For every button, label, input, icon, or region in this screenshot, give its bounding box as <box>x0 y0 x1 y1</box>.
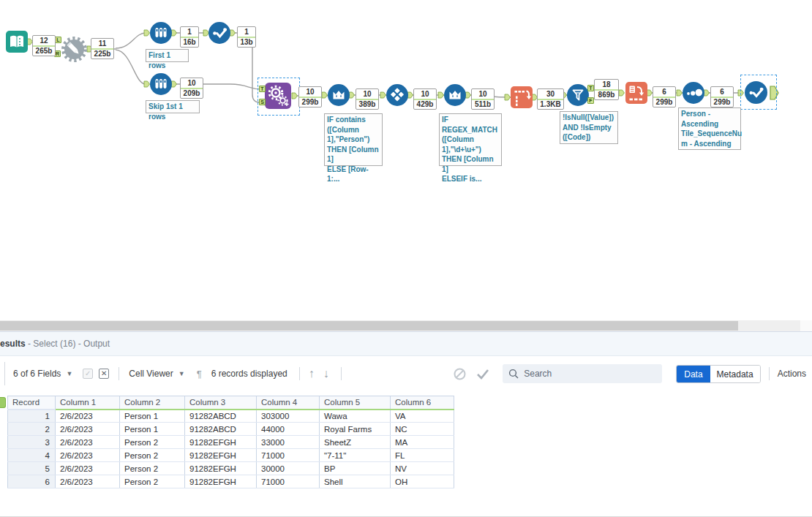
table-cell[interactable]: Shell <box>320 475 391 488</box>
gears-macro-tool[interactable] <box>265 83 291 112</box>
table-cell[interactable]: Person 2 <box>120 475 185 488</box>
table-cell[interactable]: NC <box>391 423 454 436</box>
table-cell[interactable]: FL <box>391 449 454 462</box>
column-header[interactable]: Column 4 <box>257 396 320 410</box>
filter-anchor-true[interactable]: T <box>587 85 594 91</box>
column-header[interactable]: Column 2 <box>120 396 185 410</box>
table-cell[interactable]: SheetZ <box>320 436 391 449</box>
table-cell[interactable]: 2/6/2023 <box>56 475 120 488</box>
table-cell[interactable]: 91282EFGH <box>185 462 257 475</box>
count-badge[interactable]: 116b <box>180 26 199 48</box>
input-anchor-l[interactable]: L <box>55 37 61 43</box>
search-box[interactable] <box>503 364 662 383</box>
count-badge[interactable]: 10511b <box>471 88 495 110</box>
annotation-formula-1[interactable]: IF contains ([Column 1],"Person") THEN [… <box>324 113 383 166</box>
workflow-canvas[interactable]: L R T S T F 12265b 11225b 116b 113b 1020… <box>0 0 812 320</box>
table-cell[interactable]: 91282ABCD <box>185 410 257 423</box>
table-cell[interactable]: Person 2 <box>120 449 185 462</box>
table-cell[interactable]: 2/6/2023 <box>56 423 120 436</box>
cell-viewer-dropdown[interactable]: Cell Viewer <box>129 369 173 379</box>
table-cell[interactable]: 44000 <box>257 423 320 436</box>
count-badge[interactable]: 113b <box>237 26 256 48</box>
filter-tool[interactable] <box>567 84 589 109</box>
table-cell[interactable]: 71000 <box>257 475 320 488</box>
record-number-cell[interactable]: 6 <box>8 475 56 488</box>
count-badge[interactable]: 10389b <box>356 88 379 110</box>
record-number-cell[interactable]: 3 <box>8 436 56 449</box>
table-cell[interactable]: 2/6/2023 <box>56 436 120 449</box>
count-badge[interactable]: 10209b <box>180 78 203 99</box>
sort-tool[interactable] <box>683 82 704 107</box>
annotation-sample-top[interactable]: First 1 rows <box>146 49 189 62</box>
table-cell[interactable]: 71000 <box>257 449 320 462</box>
macro-anchor-t[interactable]: T <box>259 86 266 92</box>
table-cell[interactable]: Person 2 <box>120 462 185 475</box>
search-input[interactable] <box>524 369 656 379</box>
table-cell[interactable]: NV <box>391 462 454 475</box>
scroll-up-icon[interactable]: ↑ <box>309 367 315 380</box>
table-cell[interactable]: 2/6/2023 <box>56 449 120 462</box>
tile-tool[interactable] <box>386 84 408 109</box>
deselect-fields-icon[interactable]: ✕ <box>99 369 109 379</box>
table-cell[interactable]: 30000 <box>257 462 320 475</box>
table-cell[interactable]: MA <box>391 436 454 449</box>
select-tool-top[interactable] <box>208 22 230 47</box>
record-number-cell[interactable]: 1 <box>8 410 56 423</box>
table-cell[interactable]: 2/6/2023 <box>56 462 120 475</box>
profile-expander-tab[interactable] <box>0 397 6 408</box>
count-badge[interactable]: 11225b <box>91 38 114 59</box>
table-cell[interactable]: OH <box>391 475 454 488</box>
count-badge[interactable]: 6299b <box>653 86 676 107</box>
annotation-formula-2[interactable]: IF REGEX_MATCH ([Column 1],"\d+\u+") THE… <box>439 113 502 166</box>
table-cell[interactable]: 91282ABCD <box>185 423 257 436</box>
select-all-fields-icon[interactable]: ✓ <box>83 369 93 379</box>
multi-row-formula-tool-1[interactable] <box>328 84 350 109</box>
count-badge[interactable]: 10299b <box>298 86 322 107</box>
sample-tool-top[interactable] <box>150 22 172 47</box>
table-cell[interactable]: "7-11" <box>320 449 391 462</box>
data-tab[interactable]: Data <box>677 366 710 382</box>
table-cell[interactable]: Royal Farms <box>320 423 391 436</box>
fields-dropdown[interactable]: 6 of 6 Fields <box>13 369 61 379</box>
filter-anchor-false[interactable]: F <box>587 97 594 104</box>
table-cell[interactable]: 91282EFGH <box>185 475 257 488</box>
column-header[interactable]: Column 6 <box>391 396 454 410</box>
column-header[interactable]: Column 1 <box>56 396 120 410</box>
table-cell[interactable]: 91282EFGH <box>185 449 257 462</box>
table-cell[interactable]: 91282EFGH <box>185 436 257 449</box>
count-badge[interactable]: 12265b <box>32 35 56 56</box>
annotation-filter[interactable]: !IsNull([Value]) AND !IsEmpty ([Code]) <box>560 111 618 144</box>
transpose-tool[interactable] <box>511 86 533 111</box>
text-input-tool[interactable] <box>6 31 28 56</box>
table-cell[interactable]: VA <box>391 410 454 423</box>
macro-anchor-s[interactable]: S <box>259 99 266 105</box>
whitespace-toggle-icon[interactable]: ¶ <box>197 369 202 380</box>
apply-check-icon[interactable] <box>476 369 489 380</box>
horizontal-scrollbar[interactable] <box>0 320 812 331</box>
column-header[interactable]: Record <box>8 396 56 410</box>
actions-menu[interactable]: Actions <box>778 369 806 379</box>
sample-tool-bottom[interactable] <box>150 73 172 98</box>
column-header[interactable]: Column 3 <box>185 396 257 410</box>
metadata-tab[interactable]: Metadata <box>710 366 760 382</box>
no-edits-icon[interactable] <box>454 368 466 380</box>
record-number-cell[interactable]: 2 <box>8 423 56 436</box>
crosstab-tool[interactable] <box>625 82 647 107</box>
table-cell[interactable]: 303000 <box>257 410 320 423</box>
table-cell[interactable]: BP <box>320 462 391 475</box>
table-cell[interactable]: 33000 <box>257 436 320 449</box>
macro-gear-tool[interactable] <box>61 36 88 66</box>
record-number-cell[interactable]: 4 <box>8 449 56 462</box>
scrollbar-thumb[interactable] <box>0 321 738 331</box>
scroll-down-icon[interactable]: ↓ <box>323 367 329 380</box>
table-cell[interactable]: Person 1 <box>120 423 185 436</box>
count-badge[interactable]: 301.3KB <box>537 88 564 110</box>
annotation-sort[interactable]: Person - Ascending Tile_SequenceNu m - A… <box>678 107 741 150</box>
multi-row-formula-tool-2[interactable] <box>444 84 466 109</box>
annotation-sample-bottom[interactable]: Skip 1st 1 rows <box>146 100 200 113</box>
record-number-cell[interactable]: 5 <box>8 462 56 475</box>
table-cell[interactable]: Person 1 <box>120 410 185 423</box>
count-badge[interactable]: 18869b <box>594 79 619 100</box>
table-cell[interactable]: Wawa <box>320 410 391 423</box>
count-badge[interactable]: 6299b <box>710 86 734 107</box>
